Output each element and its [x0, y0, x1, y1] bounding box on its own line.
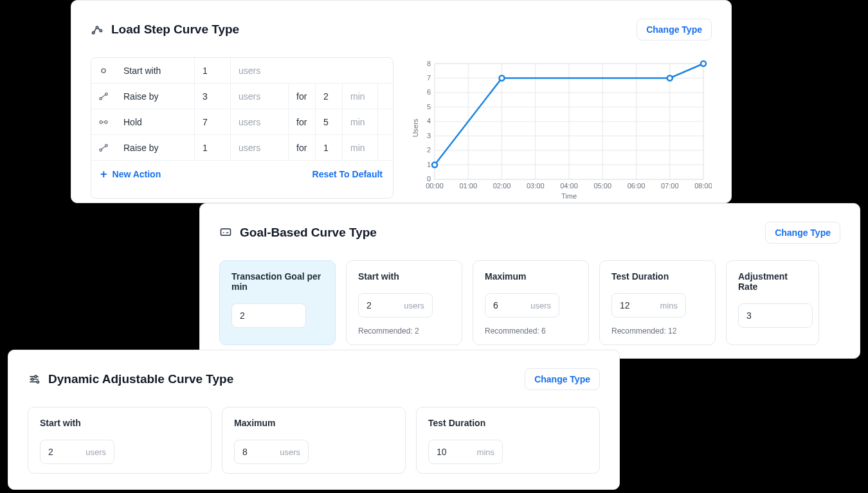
chart-point [500, 76, 505, 81]
chart-ylabel: Users [413, 118, 419, 137]
card-value: 6 [493, 300, 498, 310]
link-icon [91, 109, 116, 134]
step-value[interactable]: 1 [194, 58, 230, 83]
card-input[interactable]: 10 mins [428, 440, 503, 464]
x-tick: 04:00 [560, 182, 578, 190]
card-label: Test Duration [428, 418, 588, 428]
x-tick: 07:00 [661, 182, 679, 190]
change-type-button[interactable]: Change Type [765, 222, 840, 244]
y-tick: 8 [427, 60, 431, 67]
card-unit: users [280, 447, 300, 457]
dynamic-title-wrap: Dynamic Adjustable Curve Type [28, 372, 233, 386]
card-label: Adjustment Rate [738, 271, 807, 292]
curve-icon [91, 135, 116, 160]
x-tick: 01:00 [459, 182, 477, 190]
new-action-button[interactable]: + New Action [100, 168, 161, 180]
y-tick: 3 [427, 132, 431, 139]
load-step-panel: Load Step Curve Type Change Type Start w… [71, 0, 732, 203]
sliders-icon [28, 373, 41, 386]
card-value: 2 [240, 310, 245, 321]
step-value[interactable]: 7 [194, 109, 230, 134]
card-value: 2 [366, 300, 372, 310]
card-input[interactable]: 6 users [485, 293, 559, 318]
step-for-value[interactable]: 1 [315, 135, 342, 160]
chart-point [432, 163, 437, 168]
card-unit: mins [660, 301, 678, 310]
dynamic-cards: Start with 2 users Maximum 8 users Test … [28, 407, 600, 474]
card-value: 3 [746, 310, 752, 321]
svg-point-31 [32, 378, 33, 380]
step-label: Raise by [116, 84, 194, 109]
card-input[interactable]: 2 users [358, 293, 433, 318]
goal-card-transaction[interactable]: Transaction Goal per min 2 [219, 260, 336, 345]
goal-based-title: Goal-Based Curve Type [240, 226, 377, 240]
card-label: Transaction Goal per min [231, 271, 323, 294]
change-type-button[interactable]: Change Type [637, 19, 712, 40]
dynamic-title: Dynamic Adjustable Curve Type [48, 372, 233, 386]
goal-based-header: Goal-Based Curve Type Change Type [219, 222, 840, 244]
load-step-title: Load Step Curve Type [111, 22, 239, 37]
reset-default-button[interactable]: Reset To Default [312, 169, 383, 179]
svg-point-32 [37, 381, 39, 383]
goal-based-title-wrap: Goal-Based Curve Type [219, 226, 377, 240]
svg-point-6 [100, 120, 102, 123]
for-label: for [288, 84, 315, 109]
step-table-actions: + New Action Reset To Default [91, 161, 393, 188]
card-label: Test Duration [611, 271, 703, 282]
dynamic-panel: Dynamic Adjustable Curve Type Change Typ… [8, 350, 620, 490]
svg-point-4 [100, 97, 102, 100]
y-tick: 1 [427, 161, 431, 168]
card-input[interactable]: 3 [738, 303, 813, 328]
card-value: 2 [48, 447, 53, 457]
card-input[interactable]: 8 users [234, 440, 309, 464]
step-unit: users [230, 135, 288, 160]
card-recommended: Recommended: 6 [485, 327, 577, 336]
step-unit: users [230, 109, 288, 134]
step-value[interactable]: 3 [194, 84, 230, 109]
card-recommended: Recommended: 12 [611, 327, 703, 336]
dynamic-card-maximum: Maximum 8 users [222, 407, 406, 474]
step-for-value[interactable]: 5 [315, 109, 342, 134]
y-tick: 2 [427, 146, 431, 154]
svg-rect-29 [221, 229, 231, 235]
step-row: Start with 1 users [91, 58, 393, 84]
goal-card-start: Start with 2 users Recommended: 2 [346, 260, 462, 345]
x-tick: 03:00 [527, 182, 545, 190]
dot-icon [91, 58, 116, 83]
load-step-header: Load Step Curve Type Change Type [91, 19, 712, 40]
card-label: Maximum [234, 418, 393, 428]
change-type-button[interactable]: Change Type [525, 368, 600, 390]
step-value[interactable]: 1 [194, 135, 230, 160]
card-value: 10 [437, 447, 447, 457]
card-input[interactable]: 2 [231, 303, 306, 328]
card-unit: users [404, 301, 424, 310]
card-value: 8 [242, 447, 248, 457]
card-label: Start with [358, 271, 450, 282]
x-tick: 06:00 [628, 182, 646, 190]
chart-xlabel: Time [561, 192, 577, 199]
step-label: Hold [116, 109, 194, 134]
card-recommended: Recommended: 2 [358, 327, 450, 336]
step-for-value[interactable]: 2 [315, 84, 342, 109]
goal-icon [219, 226, 232, 239]
goal-card-maximum: Maximum 6 users Recommended: 6 [473, 260, 589, 345]
step-label: Raise by [116, 135, 194, 160]
step-for-unit: min [342, 84, 378, 109]
card-input[interactable]: 12 mins [611, 293, 686, 318]
step-for-unit: min [342, 135, 378, 160]
y-tick: 4 [427, 117, 431, 125]
card-unit: users [86, 447, 106, 457]
step-for-unit: min [342, 109, 378, 134]
dynamic-card-duration: Test Duration 10 mins [416, 407, 600, 474]
card-input[interactable]: 2 users [40, 440, 114, 464]
steps-table: Start with 1 users Raise by 3 users for … [91, 57, 393, 199]
dynamic-card-start: Start with 2 users [28, 407, 212, 474]
goal-based-panel: Goal-Based Curve Type Change Type Transa… [199, 203, 860, 359]
for-label: for [288, 135, 315, 160]
svg-point-30 [35, 375, 37, 377]
plus-icon: + [100, 168, 107, 180]
goal-card-adjustment: Adjustment Rate 3 [726, 260, 819, 345]
new-action-label: New Action [113, 169, 161, 179]
step-unit: users [230, 58, 288, 83]
y-tick: 5 [427, 103, 431, 111]
